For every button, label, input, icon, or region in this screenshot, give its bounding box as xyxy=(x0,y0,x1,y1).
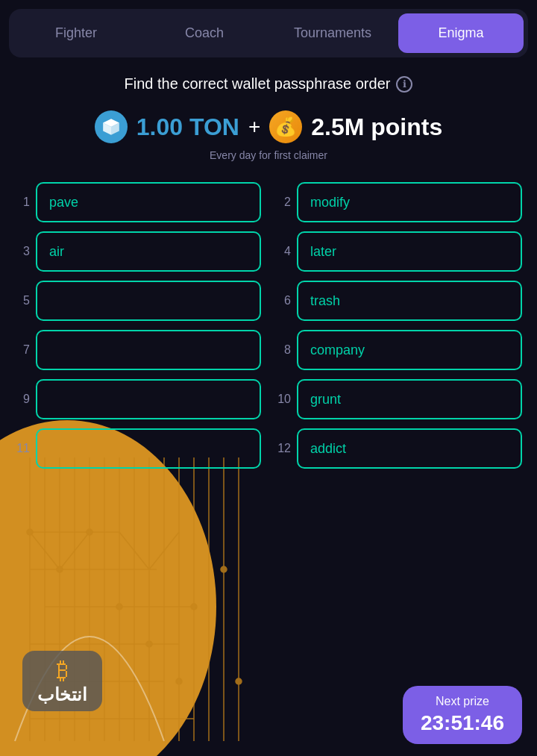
word-number-12: 12 xyxy=(276,442,291,455)
tab-tournaments[interactable]: Tournaments xyxy=(270,13,395,53)
reward-subtitle: Every day for first claimer xyxy=(15,149,522,161)
next-prize-badge: Next prize 23:51:46 xyxy=(403,686,522,744)
tab-fighter[interactable]: Fighter xyxy=(13,13,139,53)
tab-bar: Fighter Coach Tournaments Enigma xyxy=(9,9,528,57)
svg-line-26 xyxy=(60,532,90,569)
info-icon[interactable]: ℹ xyxy=(396,76,412,93)
word-number-5: 5 xyxy=(15,294,30,307)
word-number-6: 6 xyxy=(276,294,291,307)
svg-line-27 xyxy=(119,532,149,569)
word-cell-6: 6 trash xyxy=(276,281,522,321)
word-cell-7: 7 xyxy=(15,330,261,370)
plus-sign: + xyxy=(248,115,260,139)
word-number-7: 7 xyxy=(15,343,30,357)
word-cell-4: 4 later xyxy=(276,231,522,272)
ton-icon xyxy=(95,110,128,143)
ton-amount: 1.00 TON xyxy=(136,113,239,141)
word-number-1: 1 xyxy=(15,196,30,209)
word-box-6[interactable]: trash xyxy=(297,281,522,321)
word-cell-10: 10 grunt xyxy=(276,379,522,419)
page-title: Find the correct wallet passphrase order xyxy=(125,75,391,93)
svg-point-30 xyxy=(57,566,63,572)
word-number-8: 8 xyxy=(276,343,291,357)
word-number-10: 10 xyxy=(276,393,291,406)
word-number-4: 4 xyxy=(276,245,291,258)
word-grid: 1 pave 2 modify 3 air 4 later 5 6 trash … xyxy=(15,182,522,469)
svg-line-25 xyxy=(30,532,60,569)
points-amount: 2.5M points xyxy=(311,113,442,141)
tab-enigma[interactable]: Enigma xyxy=(398,13,524,53)
svg-point-36 xyxy=(221,566,227,572)
svg-point-35 xyxy=(191,604,197,610)
ton-logo-icon xyxy=(101,117,121,137)
title-row: Find the correct wallet passphrase order… xyxy=(15,75,522,93)
reward-row: 1.00 TON + 💰 2.5M points xyxy=(15,110,522,143)
svg-point-31 xyxy=(87,529,92,535)
word-box-12[interactable]: addict xyxy=(297,428,522,469)
word-number-9: 9 xyxy=(15,393,30,406)
main-content: Find the correct wallet passphrase order… xyxy=(0,57,537,469)
word-number-2: 2 xyxy=(276,196,291,209)
tab-coach[interactable]: Coach xyxy=(142,13,267,53)
next-prize-label: Next prize xyxy=(421,695,504,708)
word-box-3[interactable]: air xyxy=(36,231,261,272)
word-cell-8: 8 company xyxy=(276,330,522,370)
word-box-7[interactable] xyxy=(36,330,261,370)
word-cell-9: 9 xyxy=(15,379,261,419)
word-box-9[interactable] xyxy=(36,379,261,419)
word-box-5[interactable] xyxy=(36,281,261,321)
svg-point-32 xyxy=(116,604,122,610)
word-cell-12: 12 addict xyxy=(276,428,522,469)
next-prize-timer: 23:51:46 xyxy=(421,711,504,735)
word-cell-11: 11 xyxy=(15,428,261,469)
svg-point-29 xyxy=(27,529,33,535)
word-box-1[interactable]: pave xyxy=(36,182,261,222)
word-cell-2: 2 modify xyxy=(276,182,522,222)
word-number-11: 11 xyxy=(15,442,30,455)
word-box-11[interactable] xyxy=(36,428,261,469)
coin-icon: 💰 xyxy=(269,110,302,143)
word-cell-5: 5 xyxy=(15,281,261,321)
word-number-3: 3 xyxy=(15,245,30,258)
word-cell-3: 3 air xyxy=(15,231,261,272)
word-box-8[interactable]: company xyxy=(297,330,522,370)
word-box-4[interactable]: later xyxy=(297,231,522,272)
word-box-10[interactable]: grunt xyxy=(297,379,522,419)
word-cell-1: 1 pave xyxy=(15,182,261,222)
svg-line-28 xyxy=(149,532,179,569)
word-box-2[interactable]: modify xyxy=(297,182,522,222)
svg-point-33 xyxy=(146,641,152,647)
footer: Next prize 23:51:46 xyxy=(0,674,537,756)
